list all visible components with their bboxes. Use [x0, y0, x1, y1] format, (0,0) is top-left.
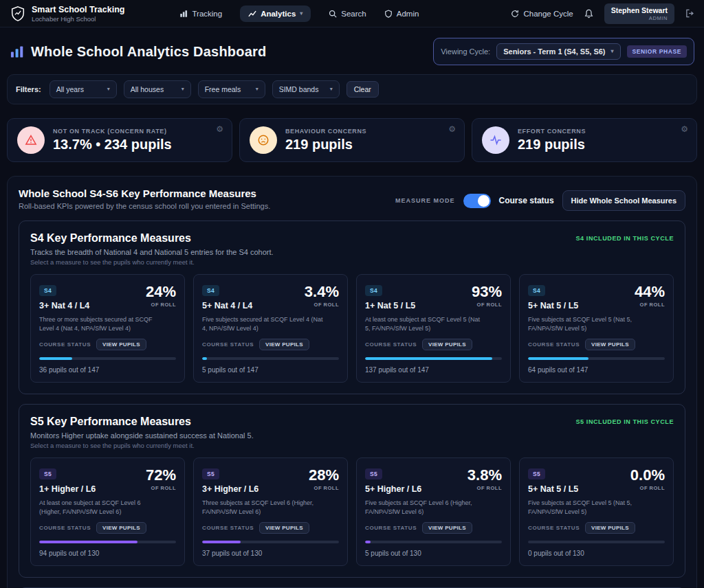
of-roll-label: OF ROLL [472, 302, 502, 308]
viewing-cycle-label: Viewing Cycle: [441, 47, 490, 56]
section-header: Whole School S4-S6 Key Performance Measu… [19, 188, 685, 211]
chevron-down-icon: ▾ [300, 11, 302, 16]
measure-card[interactable]: S4 5+ Nat 4 / L4 3.4% OF ROLL Five subje… [193, 274, 348, 383]
s5-measure-cards: S5 1+ Higher / L6 72% OF ROLL At least o… [30, 457, 674, 566]
kpi-card-effort[interactable]: EFFORT CONCERNS 219 pupils ⚙ [472, 118, 697, 162]
of-roll-label: OF ROLL [146, 485, 176, 491]
s5-panel-header: S5 Key Performance Measures Monitors Hig… [30, 416, 674, 449]
nav-item-search[interactable]: Search [329, 10, 366, 18]
nav-item-label: Admin [397, 10, 419, 18]
pupils-count: 5 pupils out of 130 [365, 550, 502, 557]
clear-filters-button[interactable]: Clear [346, 81, 379, 98]
gear-icon[interactable]: ⚙ [681, 124, 688, 134]
pupils-count: 36 pupils out of 147 [39, 366, 176, 374]
measure-description: At least one subject at SCQF Level 6 (Hi… [39, 499, 176, 517]
year-badge: S5 [39, 468, 56, 479]
nav-item-admin[interactable]: Admin [384, 10, 419, 18]
simd-filter-select[interactable]: SIMD bands▾ [272, 80, 340, 98]
course-status-label: COURSE STATUS [39, 525, 91, 531]
kpi-value: 219 pupils [285, 137, 366, 152]
brand-title: Smart School Tracking [32, 5, 124, 14]
panel-title: S5 Key Performance Measures [30, 416, 254, 428]
kpi-label: BEHAVIOUR CONCERNS [285, 128, 366, 135]
progress-track [202, 541, 339, 543]
bell-icon[interactable] [584, 9, 593, 19]
progress-track [202, 357, 339, 360]
panel-hint: Select a measure to see the pupils who c… [30, 258, 274, 266]
course-status-toggle-label: Course status [499, 196, 554, 205]
pupils-count: 37 pupils out of 130 [202, 550, 339, 557]
kpi-card-behaviour[interactable]: BEHAVIOUR CONCERNS 219 pupils ⚙ [239, 118, 465, 162]
measure-percent: 72% [146, 466, 176, 484]
nav-menu: Tracking Analytics ▾ Search Admin [179, 5, 419, 22]
of-roll-label: OF ROLL [468, 485, 502, 491]
progress-track [39, 541, 176, 543]
progress-track [528, 357, 665, 360]
view-pupils-button[interactable]: VIEW PUPILS [585, 339, 635, 350]
measure-percent: 44% [635, 283, 665, 301]
nav-item-label: Tracking [192, 10, 222, 18]
section-title: Whole School S4-S6 Key Performance Measu… [19, 188, 270, 199]
progress-fill [528, 357, 588, 360]
of-roll-label: OF ROLL [305, 302, 339, 308]
nav-item-label: Analytics [261, 10, 296, 18]
hide-measures-button[interactable]: Hide Whole School Measures [562, 190, 685, 211]
kpi-card-not-on-track[interactable]: NOT ON TRACK (CONCERN RATE) 13.7% • 234 … [7, 118, 232, 162]
course-status-label: COURSE STATUS [202, 341, 254, 348]
user-menu-button[interactable]: Stephen Stewart ADMIN [604, 3, 674, 24]
measure-title: 3+ Higher / L6 [202, 484, 258, 494]
view-pupils-button[interactable]: VIEW PUPILS [422, 339, 472, 350]
house-filter-value: All houses [131, 85, 164, 93]
view-pupils-button[interactable]: VIEW PUPILS [96, 522, 146, 534]
measure-description: Five subjects secured at SCQF Level 4 (N… [202, 315, 339, 333]
course-status-label: COURSE STATUS [39, 341, 91, 348]
year-filter-select[interactable]: All years▾ [50, 80, 117, 98]
panel-title: S4 Key Performance Measures [30, 232, 274, 245]
change-cycle-label: Change Cycle [523, 10, 573, 18]
measure-card[interactable]: S5 1+ Higher / L6 72% OF ROLL At least o… [30, 457, 185, 566]
change-cycle-button[interactable]: Change Cycle [511, 10, 573, 18]
free-meals-filter-select[interactable]: Free meals▾ [198, 80, 265, 98]
measure-title: 5+ Nat 4 / L4 [202, 301, 252, 310]
progress-fill [39, 357, 72, 360]
section-controls: MEASURE MODE Course status Hide Whole Sc… [395, 188, 685, 211]
gear-icon[interactable]: ⚙ [448, 124, 456, 134]
page-title: Whole School Analytics Dashboard [31, 44, 266, 60]
refresh-icon [511, 10, 519, 18]
measure-card[interactable]: S5 5+ Higher / L6 3.8% OF ROLL Five subj… [356, 457, 511, 566]
included-in-cycle-badge: S4 INCLUDED IN THIS CYCLE [575, 232, 674, 242]
viewing-cycle-box: Viewing Cycle: Seniors - Term 1 (S4, S5,… [433, 38, 694, 65]
filters-label: Filters: [16, 85, 41, 93]
nav-item-analytics[interactable]: Analytics ▾ [240, 5, 311, 22]
section-subtitle: Roll-based KPIs powered by the census sc… [19, 202, 270, 210]
measure-percent: 3.4% [305, 283, 339, 301]
progress-fill [39, 541, 138, 543]
measure-card[interactable]: S5 3+ Higher / L6 28% OF ROLL Three subj… [193, 457, 348, 566]
measure-card[interactable]: S4 3+ Nat 4 / L4 24% OF ROLL Three or mo… [30, 274, 185, 383]
filters-bar: Filters: All years▾ All houses▾ Free mea… [7, 74, 697, 104]
pupils-count: 94 pupils out of 130 [39, 550, 176, 557]
view-pupils-button[interactable]: VIEW PUPILS [422, 522, 472, 534]
measure-percent: 28% [309, 466, 339, 484]
viewing-cycle-select[interactable]: Seniors - Term 1 (S4, S5, S6) ▾ [496, 43, 620, 60]
free-meals-filter-value: Free meals [205, 85, 241, 93]
gear-icon[interactable]: ⚙ [216, 124, 223, 134]
measure-card[interactable]: S4 1+ Nat 5 / L5 93% OF ROLL At least on… [356, 274, 511, 383]
view-pupils-button[interactable]: VIEW PUPILS [259, 339, 309, 350]
view-pupils-button[interactable]: VIEW PUPILS [96, 339, 146, 350]
house-filter-select[interactable]: All houses▾ [124, 80, 191, 98]
nav-item-tracking[interactable]: Tracking [179, 10, 222, 18]
progress-fill [365, 357, 492, 360]
measure-card[interactable]: S5 5+ Nat 5 / L5 0.0% OF ROLL Five subje… [519, 457, 674, 566]
logout-icon[interactable] [685, 9, 694, 18]
course-status-label: COURSE STATUS [528, 341, 580, 348]
measure-mode-toggle[interactable] [463, 194, 491, 208]
alert-triangle-icon [17, 126, 45, 154]
pupils-count: 64 pupils out of 147 [528, 366, 665, 374]
pupils-count: 5 pupils out of 147 [202, 366, 339, 374]
nav-right: Change Cycle Stephen Stewart ADMIN [511, 3, 694, 24]
measure-card[interactable]: S4 5+ Nat 5 / L5 44% OF ROLL Five subjec… [519, 274, 674, 383]
view-pupils-button[interactable]: VIEW PUPILS [585, 522, 635, 534]
search-icon [329, 10, 337, 18]
view-pupils-button[interactable]: VIEW PUPILS [259, 522, 309, 534]
